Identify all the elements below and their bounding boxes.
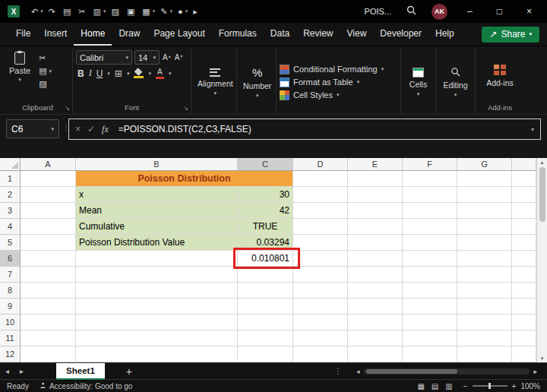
cell-G11[interactable] <box>457 330 512 346</box>
cell-G1[interactable] <box>457 171 512 187</box>
dropdown-caret-icon[interactable]: ▾ <box>153 8 156 14</box>
cancel-icon[interactable]: × <box>75 124 81 134</box>
fill-color-icon[interactable] <box>134 68 144 78</box>
cell-D2[interactable] <box>293 187 348 203</box>
number-button[interactable]: % Number ▾ <box>240 65 274 100</box>
cell-E8[interactable] <box>348 283 403 299</box>
cell-F2[interactable] <box>403 187 457 203</box>
zoom-in-button[interactable]: + <box>512 382 517 390</box>
cell-C6[interactable]: 0.010801 <box>238 251 293 267</box>
cell-D7[interactable] <box>293 267 348 283</box>
cell-A3[interactable] <box>21 203 76 219</box>
cell-F11[interactable] <box>403 330 457 346</box>
chevron-down-icon[interactable]: ▾ <box>51 126 54 132</box>
increase-font-button[interactable]: A▴ <box>162 53 172 62</box>
vertical-scroll-thumb[interactable] <box>539 167 545 222</box>
column-header-C[interactable]: C <box>238 158 293 171</box>
cell-B11[interactable] <box>76 330 238 346</box>
scroll-left-icon[interactable]: ◂ <box>353 368 364 375</box>
cell-F3[interactable] <box>403 203 457 219</box>
menu-tab-formulas[interactable]: Formulas <box>212 23 264 46</box>
cell-G8[interactable] <box>457 283 512 299</box>
cell-A9[interactable] <box>21 299 76 315</box>
menu-tab-page-layout[interactable]: Page Layout <box>147 23 211 46</box>
undo-icon[interactable]: ↶ <box>31 7 38 17</box>
chevron-down-icon[interactable]: ▾ <box>127 71 130 77</box>
row-header-10[interactable]: 10 <box>0 315 21 330</box>
avatar[interactable]: AK <box>432 4 447 20</box>
scroll-right-icon[interactable]: ▸ <box>530 368 541 375</box>
cell-A10[interactable] <box>21 315 76 330</box>
format-painter-icon[interactable]: ▨ <box>112 7 119 17</box>
column-header-E[interactable]: E <box>348 158 403 171</box>
cell-C12[interactable] <box>238 346 293 362</box>
row-header-7[interactable]: 7 <box>0 267 21 283</box>
menu-tab-view[interactable]: View <box>340 23 374 46</box>
font-name-select[interactable]: Calibri▾ <box>76 50 132 65</box>
cell-F8[interactable] <box>403 283 457 299</box>
cell-E2[interactable] <box>348 187 403 203</box>
row-header-8[interactable]: 8 <box>0 283 21 299</box>
row-header-3[interactable]: 3 <box>0 203 21 219</box>
dialog-launcher-icon[interactable]: ↘ <box>65 105 70 112</box>
cell-B3[interactable]: Mean <box>76 203 238 219</box>
cell-A12[interactable] <box>21 346 76 362</box>
scroll-down-icon[interactable]: ▾ <box>541 356 544 361</box>
cell-E6[interactable] <box>348 251 403 267</box>
cell-A4[interactable] <box>21 219 76 235</box>
cell-B8[interactable] <box>76 283 238 299</box>
cell-A5[interactable] <box>21 235 76 251</box>
formula-input[interactable]: =POISSON.DIST(C2,C3,FALSE) <box>119 124 524 134</box>
cell-B6[interactable] <box>76 251 238 267</box>
formula-bar[interactable]: × ✓ fx =POISSON.DIST(C2,C3,FALSE) ▾ <box>68 119 541 140</box>
paste-icon[interactable]: ▥ <box>93 7 101 17</box>
cell-G7[interactable] <box>457 267 512 283</box>
scroll-up-icon[interactable]: ▴ <box>541 160 544 165</box>
row-header-12[interactable]: 12 <box>0 346 21 362</box>
column-header-D[interactable]: D <box>293 158 348 171</box>
excel-logo-icon[interactable]: X <box>8 5 20 17</box>
cell-G5[interactable] <box>457 235 512 251</box>
cell-B10[interactable] <box>76 315 238 330</box>
cell-C9[interactable] <box>238 299 293 315</box>
cell-C11[interactable] <box>238 330 293 346</box>
cell-E7[interactable] <box>348 267 403 283</box>
cell-E9[interactable] <box>348 299 403 315</box>
sheet-options-icon[interactable]: ⋮ <box>331 367 345 375</box>
cell-C10[interactable] <box>238 315 293 330</box>
insert-function-icon[interactable]: fx <box>102 124 109 135</box>
cell-F9[interactable] <box>403 299 457 315</box>
format-as-table-button[interactable]: Format as Table ▾ <box>280 77 397 87</box>
underline-button[interactable]: U <box>96 68 103 79</box>
cell-E5[interactable] <box>348 235 403 251</box>
normal-view-icon[interactable]: ▦ <box>417 382 424 390</box>
paste-button[interactable]: Paste ▾ <box>6 50 33 102</box>
cell-D6[interactable] <box>293 251 348 267</box>
cell-C2[interactable]: 30 <box>238 187 293 203</box>
sheet-tab-sheet1[interactable]: Sheet1 <box>56 363 105 380</box>
cell-F6[interactable] <box>403 251 457 267</box>
cell-D1[interactable] <box>293 171 348 187</box>
cell-F12[interactable] <box>403 346 457 362</box>
draw-tool-icon[interactable]: ✎ <box>160 7 167 17</box>
cell-A8[interactable] <box>21 283 76 299</box>
select-all-corner[interactable] <box>0 158 21 171</box>
cut-button[interactable]: ✂ <box>39 53 52 63</box>
cell-C8[interactable] <box>238 283 293 299</box>
row-header-11[interactable]: 11 <box>0 330 21 346</box>
cell-D11[interactable] <box>293 330 348 346</box>
cell-G3[interactable] <box>457 203 512 219</box>
copy-icon[interactable]: ▤ <box>63 7 71 17</box>
font-color-button[interactable]: A <box>156 68 164 79</box>
zoom-slider[interactable] <box>473 385 507 387</box>
sheet-prev-button[interactable]: ◂ <box>0 367 14 375</box>
cell-F1[interactable] <box>403 171 457 187</box>
copy-button[interactable]: ▤▾ <box>39 66 52 76</box>
chevron-down-icon[interactable]: ▾ <box>107 71 110 77</box>
cut-icon[interactable]: ✂ <box>78 7 85 17</box>
dialog-launcher-icon[interactable]: ↘ <box>183 105 188 112</box>
menu-tab-insert[interactable]: Insert <box>37 23 74 46</box>
format-painter-button[interactable]: ▨ <box>39 79 52 89</box>
column-header-A[interactable]: A <box>21 158 76 171</box>
cell-E1[interactable] <box>348 171 403 187</box>
